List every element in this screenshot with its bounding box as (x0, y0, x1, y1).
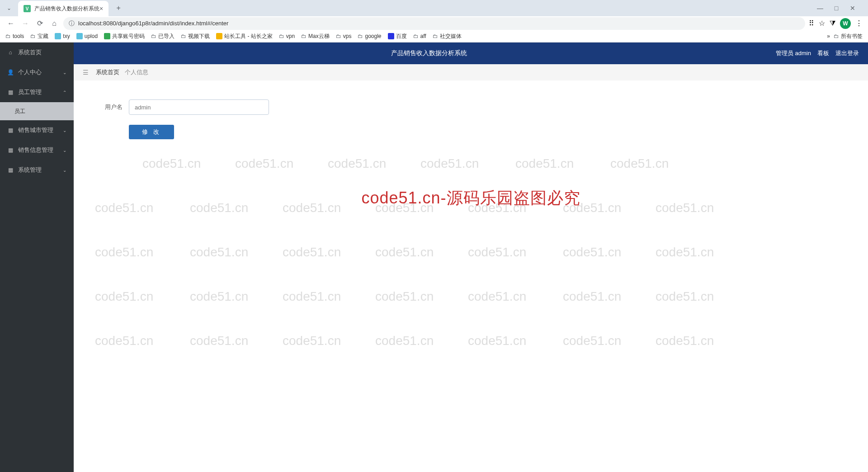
tab-title: 产品销售收入数据分析系统 (34, 5, 99, 13)
app-title: 产品销售收入数据分析系统 (83, 49, 776, 57)
minimize-button[interactable]: — (814, 2, 826, 14)
folder-icon: 🗀 (413, 33, 419, 39)
address-bar[interactable]: ⓘ localhost:8080/django61p8r/admin/dist/… (63, 17, 805, 30)
close-tab-icon[interactable]: × (99, 5, 103, 12)
sidebar-item-home[interactable]: ⌂ 系统首页 (0, 42, 74, 62)
bookmark-tools[interactable]: 🗀tools (5, 33, 24, 39)
breadcrumb-current: 个人信息 (125, 68, 148, 76)
module-icon: ▦ (7, 147, 14, 153)
reload-button[interactable]: ⟳ (34, 18, 45, 29)
profile-avatar[interactable]: W (840, 18, 851, 29)
bookmark-shared-pw[interactable]: 共享账号密码 (104, 33, 145, 40)
menu-dots-icon[interactable]: ⋮ (855, 19, 863, 28)
site-info-icon[interactable]: ⓘ (69, 19, 75, 28)
topbar-actions: 管理员 admin 看板 退出登录 (776, 49, 859, 57)
sidebar-item-label: 系统管理 (18, 166, 42, 174)
home-icon: ⌂ (7, 49, 14, 56)
chevron-down-icon: ⌄ (63, 148, 66, 153)
form-row-username: 用户名 (101, 99, 841, 115)
bookmark-baidu[interactable]: 百度 (388, 33, 407, 40)
bookmark-vps[interactable]: 🗀vps (336, 33, 352, 39)
breadcrumb: ☰ 系统首页 个人信息 (74, 64, 868, 80)
submit-button[interactable]: 修 改 (129, 125, 174, 139)
bookmark-txy[interactable]: txy (55, 33, 70, 39)
sidebar-item-employee[interactable]: ▦ 员工管理 ⌃ (0, 82, 74, 102)
username-input[interactable] (129, 99, 269, 115)
site-icon (55, 33, 61, 39)
folder-icon: 🗀 (5, 33, 11, 39)
site-icon (104, 33, 110, 39)
translate-icon[interactable]: ⠿ (809, 19, 814, 28)
bookmark-chinaz[interactable]: 站长工具 - 站长之家 (216, 33, 273, 40)
bookmark-maxcloud[interactable]: 🗀Max云梯 (301, 33, 330, 40)
logout-link[interactable]: 退出登录 (835, 49, 859, 57)
chevron-up-icon: ⌃ (63, 90, 66, 95)
module-icon: ▦ (7, 127, 14, 133)
bookmark-baozang[interactable]: 🗀宝藏 (30, 33, 48, 40)
window-controls: — □ ✕ (814, 2, 864, 14)
content-panel: 用户名 修 改 (83, 86, 859, 153)
chevron-down-icon: ⌄ (63, 70, 66, 75)
vue-favicon-icon: V (24, 5, 31, 12)
forward-button[interactable]: → (20, 18, 31, 29)
site-icon (76, 33, 83, 39)
url-text: localhost:8080/django61p8r/admin/dist/in… (78, 20, 228, 27)
folder-icon: 🗀 (279, 33, 284, 39)
user-label[interactable]: 管理员 admin (776, 49, 811, 57)
chevron-down-icon: ⌄ (63, 128, 66, 133)
folder-icon: 🗀 (834, 33, 839, 39)
chevron-down-icon: ⌄ (63, 168, 66, 173)
bookmark-bar: 🗀tools 🗀宝藏 txy uplod 共享账号密码 🗀已导入 🗀视频下载 站… (0, 30, 868, 42)
sidebar-item-label: 员工管理 (18, 88, 42, 96)
address-bar-row: ← → ⟳ ⌂ ⓘ localhost:8080/django61p8r/adm… (0, 16, 868, 30)
topbar: 产品销售收入数据分析系统 管理员 admin 看板 退出登录 (74, 42, 868, 64)
sidebar-item-label: 销售城市管理 (18, 126, 53, 134)
browser-tab[interactable]: V 产品销售收入数据分析系统 × (18, 1, 108, 16)
bookmark-overflow-icon[interactable]: » (827, 33, 830, 39)
app-root: code51.cn code51.cn code51.cn code51.cn … (0, 42, 868, 472)
extensions-icon[interactable]: ⧩ (830, 19, 835, 28)
folder-icon: 🗀 (301, 33, 307, 39)
sidebar: ⌂ 系统首页 👤 个人中心 ⌄ ▦ 员工管理 ⌃ 员工 ▦ 销售城市管理 ⌄ ▦… (0, 42, 74, 472)
bookmark-social[interactable]: 🗀社交媒体 (433, 33, 462, 40)
folder-icon: 🗀 (358, 33, 363, 39)
bookmark-vpn[interactable]: 🗀vpn (279, 33, 295, 39)
sidebar-subitem-label: 员工 (14, 108, 25, 115)
sidebar-item-label: 销售信息管理 (18, 146, 53, 154)
folder-icon: 🗀 (433, 33, 438, 39)
site-icon (216, 33, 222, 39)
folder-icon: 🗀 (30, 33, 36, 39)
bookmark-uplod[interactable]: uplod (76, 33, 98, 39)
bookmark-imported[interactable]: 🗀已导入 (151, 33, 175, 40)
bookmark-star-icon[interactable]: ☆ (819, 19, 825, 28)
sidebar-item-sales[interactable]: ▦ 销售信息管理 ⌄ (0, 140, 74, 160)
maximize-button[interactable]: □ (830, 2, 843, 14)
breadcrumb-home[interactable]: 系统首页 (96, 68, 119, 76)
tab-search-dropdown[interactable]: ⌄ (4, 3, 14, 14)
bookmark-google[interactable]: 🗀google (358, 33, 381, 39)
new-tab-button[interactable]: + (112, 2, 125, 14)
site-icon (388, 33, 394, 39)
back-button[interactable]: ← (5, 18, 16, 29)
bookmark-video-dl[interactable]: 🗀视频下载 (181, 33, 210, 40)
browser-chrome: ⌄ V 产品销售收入数据分析系统 × + — □ ✕ ← → ⟳ ⌂ ⓘ loc… (0, 0, 868, 42)
close-window-button[interactable]: ✕ (846, 2, 859, 14)
grid-icon: ▦ (7, 89, 14, 95)
home-button[interactable]: ⌂ (49, 18, 60, 29)
all-bookmarks-button[interactable]: 🗀所有书签 (834, 33, 863, 40)
hamburger-icon[interactable]: ☰ (83, 69, 89, 76)
kanban-link[interactable]: 看板 (817, 49, 829, 57)
big-watermark: code51.cn-源码乐园盗图必究 (361, 187, 580, 209)
sidebar-item-label: 个人中心 (18, 68, 42, 76)
username-label: 用户名 (101, 103, 123, 111)
sidebar-item-label: 系统首页 (18, 48, 42, 57)
sidebar-item-profile[interactable]: 👤 个人中心 ⌄ (0, 62, 74, 82)
module-icon: ▦ (7, 167, 14, 173)
sidebar-subitem-employee[interactable]: 员工 (0, 102, 74, 120)
folder-icon: 🗀 (181, 33, 186, 39)
main-area: 产品销售收入数据分析系统 管理员 admin 看板 退出登录 ☰ 系统首页 个人… (74, 42, 868, 472)
sidebar-item-system[interactable]: ▦ 系统管理 ⌄ (0, 160, 74, 180)
user-icon: 👤 (7, 69, 14, 76)
bookmark-aff[interactable]: 🗀aff (413, 33, 426, 39)
sidebar-item-city[interactable]: ▦ 销售城市管理 ⌄ (0, 120, 74, 140)
